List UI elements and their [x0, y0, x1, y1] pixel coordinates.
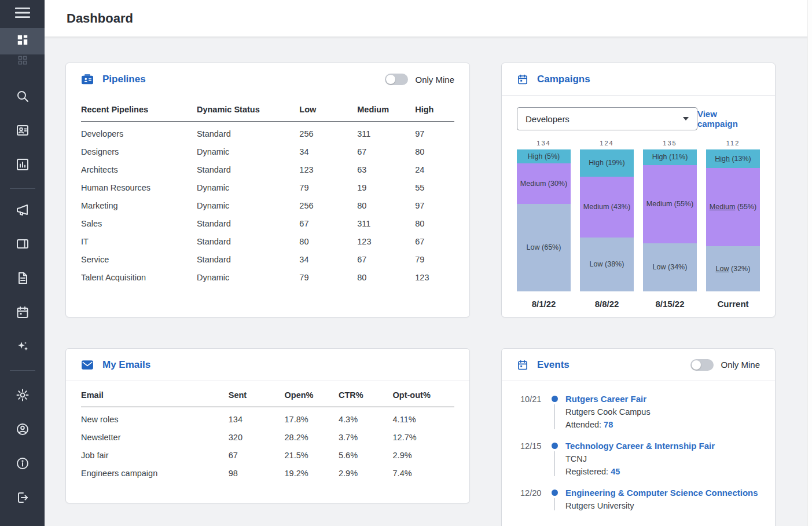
sidebar-item-apps[interactable] — [0, 54, 45, 68]
pipeline-medium: 67 — [357, 143, 415, 161]
sidebar-item-jobs[interactable] — [0, 231, 45, 259]
sidebar-item-ai-assist[interactable] — [0, 334, 45, 361]
toggle-knob — [692, 360, 701, 370]
campaigns-chart: 134High (5%)Medium (30%)Low (65%)8/1/221… — [502, 130, 775, 309]
email-name-link[interactable]: Newsletter — [81, 429, 229, 447]
pipeline-name-link[interactable]: Marketing — [81, 197, 197, 215]
campaigns-controls: Developers View campaign — [502, 96, 775, 130]
sidebar-divider — [10, 188, 35, 189]
email-optout: 4.11% — [393, 407, 454, 429]
pipeline-name-link[interactable]: IT — [81, 233, 197, 251]
pipeline-status: Standard — [197, 122, 299, 144]
view-campaign-link[interactable]: View campaign — [697, 109, 760, 129]
scrollbar[interactable] — [807, 0, 812, 526]
pipeline-low: 256 — [299, 122, 357, 144]
campaign-select[interactable]: Developers — [517, 107, 697, 130]
sidebar-item-logout[interactable] — [0, 485, 45, 513]
pipelines-col-4: High — [415, 99, 454, 122]
sidebar-item-profile[interactable] — [0, 417, 45, 444]
pipeline-name-link[interactable]: Sales — [81, 215, 197, 233]
emails-col-0: Email — [81, 385, 229, 407]
event-title-link[interactable]: Technology Career & Internship Fair — [565, 441, 763, 451]
pipeline-medium: 311 — [357, 215, 415, 233]
sidebar-item-marketing[interactable] — [0, 197, 45, 225]
campaign-bar-Current: 112High (13%)Medium (55%)Low (32%)Curren… — [706, 140, 760, 309]
pipeline-name-link[interactable]: Designers — [81, 143, 197, 161]
table-row: ArchitectsStandard1236324 — [81, 161, 454, 179]
pipelines-only-mine-toggle[interactable] — [385, 74, 408, 85]
bar-segment-medium[interactable]: Medium (55%) — [706, 168, 760, 246]
emails-col-3: CTR% — [339, 385, 393, 407]
pipeline-high: 79 — [415, 251, 454, 269]
email-name-link[interactable]: New roles — [81, 407, 229, 429]
sidebar-item-info[interactable] — [0, 451, 45, 478]
pipeline-name-link[interactable]: Service — [81, 251, 197, 269]
segment-label: Medium — [583, 203, 609, 211]
email-name-link[interactable]: Engineers campaign — [81, 465, 229, 483]
sidebar-item-calendar[interactable] — [0, 299, 45, 327]
document-icon — [16, 271, 30, 287]
event-connector-line — [554, 498, 555, 510]
event-rail — [547, 394, 562, 429]
bar-segment-high: High (19%) — [580, 149, 634, 177]
bar-segment-high[interactable]: High (13%) — [706, 149, 760, 168]
sidebar-item-analytics[interactable] — [0, 152, 45, 180]
table-row: MarketingDynamic2568097 — [81, 197, 454, 215]
pipeline-name-link[interactable]: Human Resources — [81, 179, 197, 197]
email-ctr: 2.9% — [339, 465, 393, 483]
event-item: 10/21Rutgers Career FairRutgers Cook Cam… — [520, 394, 763, 441]
pipeline-name-link[interactable]: Talent Acquisition — [81, 269, 197, 287]
table-row: DevelopersStandard25631197 — [81, 122, 454, 144]
sidebar-item-candidates[interactable] — [0, 118, 45, 145]
pipelines-table-body: DevelopersStandard25631197DesignersDynam… — [81, 122, 454, 287]
event-title-link[interactable]: Engineering & Computer Science Connectio… — [565, 488, 763, 498]
event-title-link[interactable]: Rutgers Career Fair — [565, 394, 763, 404]
event-date: 12/20 — [520, 488, 547, 510]
events-only-mine-label: Only Mine — [721, 360, 760, 370]
pipelines-table: Recent PipelinesDynamic StatusLowMediumH… — [81, 99, 454, 287]
emails-table-body: New roles13417.8%4.3%4.11%Newsletter3202… — [81, 407, 454, 483]
table-row: SalesStandard6731180 — [81, 215, 454, 233]
sidebar-item-search[interactable] — [0, 83, 45, 111]
email-sent: 67 — [229, 447, 285, 465]
sidebar-item-settings[interactable] — [0, 382, 45, 410]
pipeline-low: 123 — [299, 161, 357, 179]
pipeline-status: Dynamic — [197, 269, 299, 287]
events-only-mine-toggle[interactable] — [690, 359, 714, 371]
bar-stack: High (19%)Medium (43%)Low (38%) — [580, 149, 634, 291]
pipeline-medium: 19 — [357, 179, 415, 197]
pipelines-title: Pipelines — [102, 74, 146, 85]
segment-label: High — [715, 155, 730, 163]
bar-segment-medium: Medium (43%) — [580, 177, 634, 238]
pipeline-name-link[interactable]: Architects — [81, 161, 197, 179]
campaign-select-value: Developers — [526, 114, 569, 124]
event-body: Engineering & Computer Science Connectio… — [562, 488, 763, 510]
sidebar-divider — [10, 370, 35, 371]
sidebar-item-menu[interactable] — [0, 0, 45, 28]
event-stat-value[interactable]: 45 — [611, 467, 620, 476]
bar-segment-low[interactable]: Low (32%) — [706, 246, 760, 291]
bar-stack: High (11%)Medium (55%)Low (34%) — [643, 149, 697, 291]
sidebar-item-dashboard[interactable] — [0, 28, 45, 54]
event-body: Rutgers Career FairRutgers Cook CampusAt… — [562, 394, 763, 429]
bar-segment-high: High (5%) — [517, 149, 571, 163]
pipeline-name-link[interactable]: Developers — [81, 122, 197, 144]
topbar: Dashboard — [45, 0, 812, 36]
bar-segment-medium: Medium (55%) — [643, 165, 697, 243]
table-row: DesignersDynamic346780 — [81, 143, 454, 161]
candidates-icon — [16, 123, 30, 140]
pipeline-medium: 63 — [357, 161, 415, 179]
event-stat-label: Registered: — [565, 467, 611, 476]
calendar-icon — [16, 305, 30, 322]
table-row: Engineers campaign9819.2%2.9%7.4% — [81, 465, 454, 483]
sidebar-item-documents[interactable] — [0, 265, 45, 293]
email-name-link[interactable]: Job fair — [81, 447, 229, 465]
events-calendar-icon — [517, 359, 528, 371]
sparkles-icon — [16, 339, 30, 356]
event-stat-value[interactable]: 78 — [604, 420, 613, 429]
segment-label: High — [589, 159, 604, 167]
bar-segment-low: Low (65%) — [517, 204, 571, 291]
email-open: 21.5% — [285, 447, 339, 465]
segment-label: Medium — [520, 180, 546, 188]
pipeline-high: 123 — [415, 269, 454, 287]
